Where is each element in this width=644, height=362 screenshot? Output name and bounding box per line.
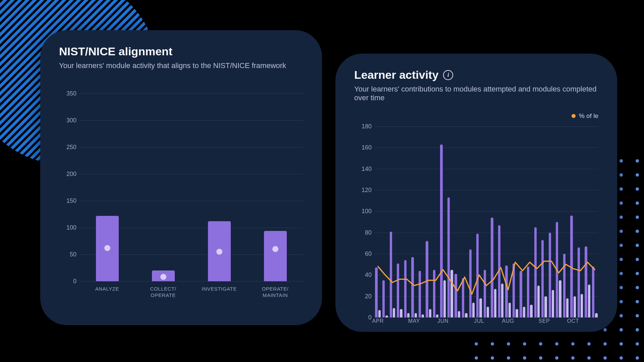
svg-point-224: [636, 342, 639, 346]
legend-pct-label: % of le: [579, 112, 598, 120]
svg-point-91: [620, 173, 623, 177]
activity-bar-attempted: [570, 216, 573, 317]
activity-bar-attempted: [484, 270, 486, 318]
svg-point-221: [587, 342, 591, 346]
nist-xlabel: COLLECT/OPERATE: [135, 281, 191, 299]
svg-point-227: [507, 356, 510, 360]
activity-bar-completed: [494, 289, 496, 318]
svg-point-230: [555, 356, 558, 360]
activity-bar-completed: [385, 315, 388, 317]
activity-bar-completed: [400, 309, 402, 317]
activity-ytick: 0: [354, 314, 372, 321]
activity-month-label: APR: [372, 318, 384, 324]
activity-bar-completed: [443, 280, 446, 317]
activity-bar-completed: [407, 313, 410, 317]
activity-bar-attempted: [440, 144, 442, 317]
activity-bar-attempted: [433, 270, 435, 318]
svg-point-212: [620, 328, 623, 331]
svg-point-229: [539, 356, 542, 360]
activity-bar-completed: [595, 313, 597, 317]
activity-bar-attempted: [556, 222, 558, 317]
info-icon[interactable]: i: [443, 70, 453, 80]
activity-bar-completed: [378, 310, 381, 317]
activity-bar-attempted: [491, 218, 493, 317]
activity-bar-completed: [501, 284, 503, 317]
svg-point-157: [620, 258, 623, 261]
activity-bar-completed: [559, 280, 561, 317]
svg-point-225: [475, 356, 478, 360]
activity-bar-completed: [523, 307, 525, 317]
activity-bar-completed: [472, 303, 475, 317]
svg-point-202: [636, 314, 639, 317]
nist-ytick: 100: [59, 224, 76, 231]
svg-point-136: [636, 230, 639, 233]
activity-ytick: 100: [354, 208, 372, 215]
svg-point-114: [636, 201, 639, 205]
nist-ytick: 350: [59, 90, 76, 97]
activity-bar-completed: [516, 309, 518, 317]
activity-bar-attempted: [447, 197, 450, 317]
activity-bar-attempted: [454, 274, 457, 317]
activity-bar-completed: [422, 314, 424, 318]
nist-ytick: 50: [59, 251, 76, 258]
activity-bar-attempted: [375, 267, 377, 317]
activity-bar-completed: [508, 303, 511, 317]
svg-point-179: [620, 286, 623, 289]
svg-point-215: [491, 342, 494, 346]
svg-point-231: [571, 356, 575, 360]
svg-point-228: [523, 356, 526, 360]
svg-point-226: [491, 356, 494, 360]
activity-month-label: SEP: [538, 318, 550, 324]
activity-bar-completed: [458, 311, 460, 317]
svg-point-220: [571, 342, 575, 346]
activity-bar-attempted: [476, 234, 479, 317]
svg-point-219: [555, 342, 558, 346]
activity-month-label: JUL: [474, 318, 484, 324]
activity-bar-attempted: [534, 227, 537, 317]
svg-point-234: [620, 356, 623, 360]
svg-point-191: [636, 300, 639, 303]
nist-xlabel: OPERATE/MAINTAIN: [247, 281, 303, 299]
stage: NIST/NICE alignment Your learners' modul…: [0, 0, 644, 362]
svg-point-233: [603, 356, 607, 360]
activity-ytick: 140: [354, 165, 372, 172]
svg-point-222: [603, 342, 607, 346]
svg-point-180: [636, 286, 639, 289]
svg-point-113: [620, 201, 623, 205]
nist-marker-dot: [160, 274, 166, 280]
activity-bar-attempted: [563, 254, 566, 317]
svg-point-201: [620, 314, 623, 317]
nist-ytick: 250: [59, 144, 76, 151]
svg-point-125: [636, 216, 639, 219]
activity-chart: 020406080100120140160180 APRMAYJUNJULAUG…: [354, 126, 598, 317]
svg-point-158: [636, 258, 639, 261]
nist-xlabel: ANALYZE: [79, 281, 135, 299]
activity-bar-attempted: [426, 241, 428, 317]
activity-bar-attempted: [578, 247, 580, 317]
nist-ytick: 200: [59, 171, 76, 178]
activity-bar-completed: [581, 294, 583, 317]
nist-xlabel: INVESTIGATE: [191, 281, 247, 299]
activity-bar-completed: [429, 309, 431, 317]
activity-bar-attempted: [397, 263, 399, 318]
svg-point-81: [636, 159, 639, 163]
svg-point-169: [636, 272, 639, 275]
nist-chart: 050100150200250300350 ANALYZECOLLECT/OPE…: [59, 94, 303, 281]
activity-month-label: AUG: [502, 318, 514, 324]
activity-bar-completed: [450, 270, 453, 318]
activity-bar-attempted: [419, 271, 421, 317]
activity-bar-completed: [465, 313, 467, 317]
svg-point-102: [620, 187, 623, 191]
activity-bar-attempted: [549, 233, 551, 317]
activity-subtitle: Your learners' contributions to modules …: [354, 85, 598, 102]
activity-bar-completed: [566, 298, 569, 317]
learner-activity-card: Learner activity i Your learners' contri…: [335, 54, 617, 332]
svg-point-232: [587, 356, 591, 360]
activity-ytick: 160: [354, 144, 372, 151]
nist-marker-dot: [272, 246, 278, 252]
activity-bar-completed: [537, 286, 540, 317]
svg-point-214: [475, 342, 478, 346]
nist-marker-dot: [216, 249, 222, 255]
activity-bar-completed: [393, 308, 395, 318]
activity-ytick: 40: [354, 272, 372, 279]
